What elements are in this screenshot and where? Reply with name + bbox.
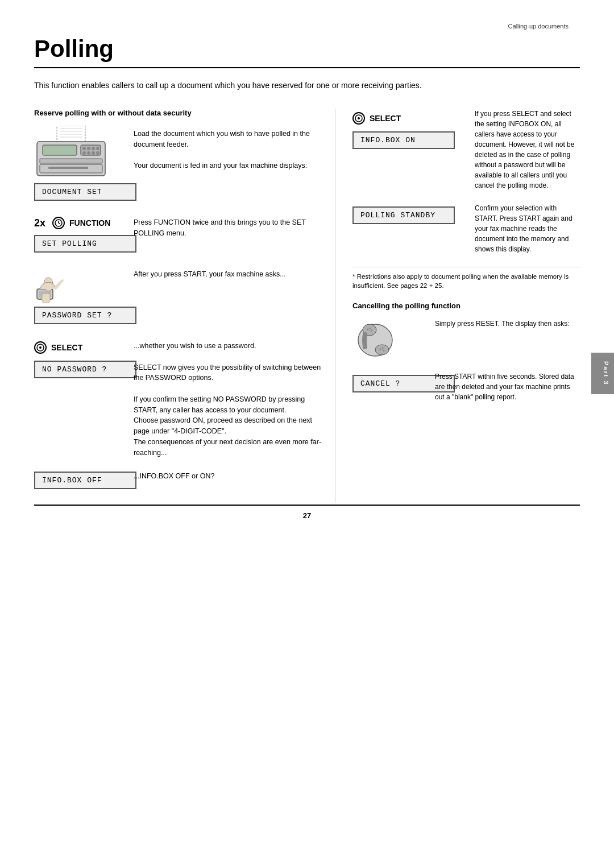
svg-point-13	[87, 151, 90, 155]
svg-point-34	[375, 345, 389, 355]
step-3-text: After you press START, your fax machine …	[134, 266, 323, 280]
left-column: Reserve polling with or without data sec…	[34, 109, 335, 503]
select-label-right: SELECT	[370, 114, 401, 123]
right-step-2-visual: POLLING STANDBY	[352, 203, 466, 228]
step-4-visual: SELECT NO PASSWORD ?	[34, 338, 125, 382]
fax-machine-icon	[34, 126, 108, 180]
step-4: SELECT NO PASSWORD ? ...whether you wish…	[34, 338, 323, 458]
step-3-visual: PASSWORD SET ?	[34, 266, 125, 328]
page-number: 27	[34, 511, 580, 520]
step-1-text: Load the document which you wish to have…	[134, 126, 323, 171]
function-button-row: 2x FUNCTION	[34, 217, 110, 229]
bottom-area: 27	[0, 505, 614, 520]
svg-rect-27	[42, 294, 50, 303]
step-4-text: ...whether you wish to use a password. S…	[134, 338, 323, 458]
svg-rect-18	[48, 167, 88, 169]
cancel-section-header: Cancelling the polling function	[352, 301, 580, 310]
svg-line-21	[59, 223, 60, 224]
svg-point-39	[382, 348, 384, 349]
step-1: DOCUMENT SET Load the document which you…	[34, 126, 323, 204]
function-label: FUNCTION	[69, 218, 110, 228]
right-step-1-text: If you press SELECT and select the setti…	[475, 109, 580, 191]
right-column: SELECT INFO.BOX ON If you press SELECT a…	[335, 109, 580, 503]
section-header: Calling-up documents	[34, 23, 580, 30]
display-document-set: DOCUMENT SET	[34, 183, 136, 201]
display-password-set: PASSWORD SET ?	[34, 307, 136, 324]
display-set-polling: SET POLLING	[34, 235, 136, 253]
right-step-1: SELECT INFO.BOX ON If you press SELECT a…	[352, 109, 580, 191]
svg-point-14	[92, 151, 95, 155]
step-5: INFO.BOX OFF ...INFO.BOX OFF or ON?	[34, 468, 323, 493]
right-step-2-text: Confirm your selection with START. Press…	[475, 203, 580, 254]
function-circle-icon	[52, 217, 65, 229]
phone-icon	[352, 319, 404, 361]
step-2-visual: 2x FUNCTION SET POLLING	[34, 214, 125, 256]
select-circle-icon-left	[34, 341, 47, 354]
svg-point-8	[82, 147, 86, 150]
display-infobox-on: INFO.BOX ON	[352, 131, 455, 149]
display-infobox-off: INFO.BOX OFF	[34, 472, 136, 489]
left-section-header: Reserve polling with or without data sec…	[34, 109, 323, 117]
svg-point-40	[383, 350, 385, 352]
step-2x-label: 2x	[34, 217, 45, 229]
svg-line-26	[60, 280, 63, 283]
restriction-note: * Restrictions also apply to document po…	[352, 267, 580, 290]
select-button-left: SELECT	[34, 341, 82, 354]
cancel-step-1: Simply press RESET. The display then ask…	[352, 319, 580, 363]
step-3: PASSWORD SET ? After you press START, yo…	[34, 266, 323, 328]
right-step-2: POLLING STANDBY Confirm your selection w…	[352, 203, 580, 254]
intro-text: This function enables callers to call up…	[34, 80, 500, 92]
cancel-step-2-text: Press START within five seconds. Stored …	[435, 371, 580, 402]
svg-point-37	[371, 330, 372, 332]
select-label-left: SELECT	[51, 343, 82, 352]
display-polling-standby: POLLING STANDBY	[352, 206, 455, 224]
select-button-right: SELECT	[352, 112, 466, 125]
select-circle-icon-right	[352, 112, 365, 125]
svg-rect-6	[43, 145, 77, 155]
svg-rect-16	[40, 159, 102, 163]
step-2: 2x FUNCTION SET POLLING Press FU	[34, 214, 323, 256]
step-5-visual: INFO.BOX OFF	[34, 468, 125, 493]
svg-point-38	[380, 349, 381, 350]
hand-press-icon	[34, 266, 80, 303]
svg-point-29	[39, 346, 42, 349]
svg-point-11	[96, 147, 99, 150]
svg-point-9	[87, 147, 90, 150]
page-title: Polling	[34, 35, 580, 63]
svg-point-36	[370, 328, 371, 329]
svg-point-12	[82, 151, 86, 155]
right-step-1-visual: SELECT INFO.BOX ON	[352, 109, 466, 152]
step-5-text: ...INFO.BOX OFF or ON?	[134, 468, 323, 482]
svg-point-15	[96, 151, 99, 155]
step-1-visual: DOCUMENT SET	[34, 126, 125, 204]
cancel-step-2-visual: CANCEL ?	[352, 371, 426, 396]
svg-point-10	[92, 147, 95, 150]
cancel-step-2: CANCEL ? Press START within five seconds…	[352, 371, 580, 402]
step-2-text: Press FUNCTION twice and this brings you…	[134, 214, 323, 239]
display-no-password: NO PASSWORD ?	[34, 361, 136, 378]
part-tab: Part 3	[591, 353, 614, 394]
svg-point-35	[367, 329, 369, 330]
cancel-step-1-visual	[352, 319, 426, 363]
title-divider	[34, 67, 580, 68]
svg-point-31	[358, 117, 360, 119]
bottom-divider	[34, 505, 580, 506]
main-content: Reserve polling with or without data sec…	[34, 109, 580, 503]
cancel-step-1-text: Simply press RESET. The display then ask…	[435, 319, 580, 329]
